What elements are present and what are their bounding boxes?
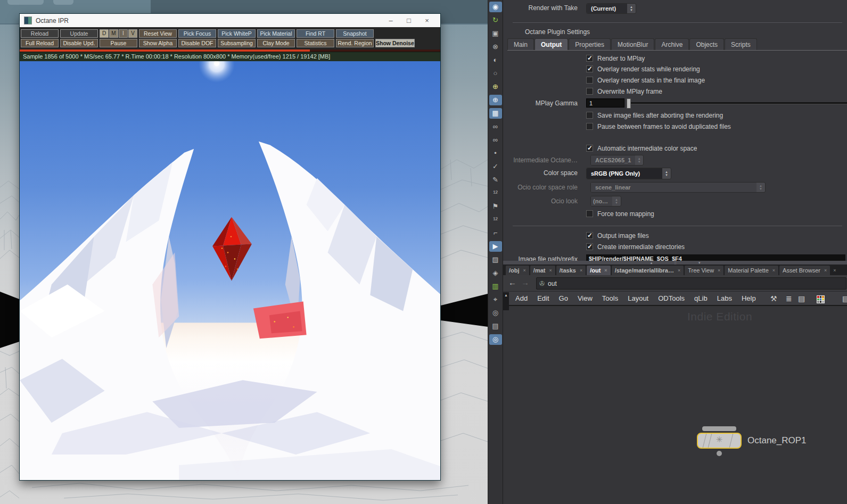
octane-ipr-window[interactable]: Octane IPR – □ × Reload Update D M I V R…: [19, 13, 441, 481]
pane-tab-out[interactable]: /out×: [587, 266, 610, 275]
normals-pen-icon[interactable]: ✎: [489, 175, 502, 185]
pick-material-button[interactable]: Pick Material: [257, 29, 295, 38]
mplay-gamma-slider-handle[interactable]: [627, 98, 631, 109]
minimize-button[interactable]: –: [382, 14, 400, 27]
tab-motionblur[interactable]: MotionBlur: [611, 38, 654, 50]
list-view-icon[interactable]: ▤: [798, 292, 805, 305]
menu-layout[interactable]: Layout: [623, 292, 653, 305]
close-tab-icon[interactable]: ×: [824, 268, 827, 273]
splitter-grip[interactable]: ░: [674, 261, 676, 265]
lock-icon[interactable]: ▣: [489, 28, 502, 39]
pane-tab-treeview[interactable]: Tree View×: [685, 266, 723, 275]
node-output-connector[interactable]: [717, 451, 722, 456]
full-reload-button[interactable]: Full Reload: [21, 39, 59, 47]
point-numbers-icon[interactable]: ¹²: [489, 188, 502, 199]
points-display-icon[interactable]: •: [489, 148, 502, 159]
menu-add[interactable]: Add: [511, 292, 532, 305]
overlay-stats-final-checkbox[interactable]: ✓: [586, 77, 593, 84]
force-tone-mapping-checkbox[interactable]: ✓: [586, 210, 593, 217]
add-light-icon[interactable]: ⊕: [489, 81, 502, 92]
intermediate-colorspace-dropdown[interactable]: ACES2065_1 ▲▼: [590, 155, 644, 166]
shaded-mode-icon[interactable]: ◐: [489, 55, 502, 65]
reload-button[interactable]: Reload: [21, 29, 59, 38]
mplay-gamma-slider-track[interactable]: [631, 102, 847, 104]
menu-go[interactable]: Go: [554, 292, 573, 305]
clay-mode-button[interactable]: Clay Mode: [257, 39, 295, 47]
ipr-render-view[interactable]: [20, 61, 440, 480]
particles-display-icon[interactable]: ◈: [489, 268, 502, 278]
color-space-dropdown[interactable]: sRGB (PNG Only) ▲▼: [586, 168, 671, 179]
network-path-field[interactable]: ✇ out: [536, 277, 846, 290]
overwrite-mplay-checkbox[interactable]: ✓: [586, 88, 593, 95]
disable-update-button[interactable]: Disable Upd.: [60, 39, 98, 47]
close-tab-icon[interactable]: ×: [678, 268, 680, 273]
handles-icon[interactable]: ▶: [489, 241, 502, 252]
layout-grid-icon[interactable]: [817, 295, 825, 303]
light-viewer-icon[interactable]: ⊕: [489, 95, 502, 105]
maximize-button[interactable]: □: [400, 14, 418, 27]
menu-qlib[interactable]: qLib: [689, 292, 712, 305]
show-alpha-button[interactable]: Show Alpha: [139, 39, 177, 47]
overlay-stats-rendering-checkbox[interactable]: ✓: [586, 65, 593, 72]
checker-background-icon[interactable]: ▨: [489, 254, 502, 265]
tab-archive[interactable]: Archive: [655, 38, 689, 50]
pause-between-frames-checkbox[interactable]: ✓: [586, 123, 593, 130]
nav-forward-icon[interactable]: →: [521, 278, 529, 287]
splitter-up-icon[interactable]: ▲: [649, 261, 653, 265]
pane-tab-obj[interactable]: /obj×: [506, 266, 529, 275]
network-editor[interactable]: Indie Edition ✳ Octane_ROP1: [503, 305, 847, 504]
headlight-icon[interactable]: ○: [489, 68, 502, 79]
menu-view[interactable]: View: [573, 292, 597, 305]
material-toggle[interactable]: M: [109, 29, 118, 38]
tab-output[interactable]: Output: [534, 38, 568, 50]
display-options-icon[interactable]: ◉: [489, 2, 502, 12]
auto-update-icon[interactable]: ↻: [489, 15, 502, 26]
ipr-titlebar[interactable]: Octane IPR – □ ×: [20, 14, 440, 27]
pane-tab-stage[interactable]: /stage/materiallibra…×: [612, 266, 684, 275]
diffuse-toggle[interactable]: D: [100, 29, 109, 38]
group-bounds-icon[interactable]: ▥: [489, 281, 502, 292]
view-cube-icon[interactable]: ▦: [489, 108, 502, 119]
close-tab-icon[interactable]: ×: [580, 268, 582, 273]
material-shade-icon[interactable]: ∞: [489, 135, 502, 145]
close-button[interactable]: ×: [418, 14, 436, 27]
pick-focus-button[interactable]: Pick Focus: [178, 29, 216, 38]
pane-splitter[interactable]: ▲ ░ ▼: [503, 261, 847, 265]
network-controls-toggle[interactable]: ▴: [503, 292, 509, 310]
octane-rop-node[interactable]: ✳: [697, 433, 742, 449]
no-display-icon[interactable]: ⊗: [489, 42, 502, 52]
output-image-files-checkbox[interactable]: ✓: [586, 232, 593, 239]
tab-objects[interactable]: Objects: [689, 38, 724, 50]
render-with-take-dropdown[interactable]: (Current) ▲▼: [586, 3, 636, 14]
disable-dof-button[interactable]: Disable DOF: [178, 39, 216, 47]
snapshot-button[interactable]: Snapshot: [336, 29, 374, 38]
tree-list-icon[interactable]: ≣: [786, 292, 792, 305]
mplay-gamma-input[interactable]: 1: [586, 98, 624, 108]
pane-tab-tasks[interactable]: /tasks×: [556, 266, 586, 275]
viewport-pin-icon[interactable]: ◎: [489, 334, 502, 345]
menu-help[interactable]: Help: [737, 292, 761, 305]
splitter-down-icon[interactable]: ▼: [698, 261, 701, 265]
prim-numbers-icon[interactable]: ¹²: [489, 214, 502, 225]
menu-edit[interactable]: Edit: [532, 292, 554, 305]
update-button[interactable]: Update: [60, 29, 98, 38]
create-directories-checkbox[interactable]: ✓: [586, 243, 593, 250]
close-tab-icon[interactable]: ×: [523, 268, 526, 273]
render-region-button[interactable]: Rend. Region: [336, 39, 374, 47]
tab-main[interactable]: Main: [507, 38, 534, 50]
stereo-view-icon[interactable]: ∞: [489, 121, 502, 132]
axis-gnomon-icon[interactable]: ⌖: [489, 294, 502, 305]
subsampling-button[interactable]: Subsampling: [218, 39, 256, 47]
auto-intermediate-checkbox[interactable]: ✓: [586, 145, 593, 152]
pause-button[interactable]: Pause: [100, 39, 137, 47]
panel-menu-icon[interactable]: ▤: [842, 292, 847, 305]
image-path-input[interactable]: $HIP/render/$HIPNAME_$OS_$F4: [586, 254, 845, 261]
node-flag-bar[interactable]: [702, 426, 736, 431]
visualizers-icon[interactable]: ◎: [489, 308, 502, 318]
point-normals-flag-icon[interactable]: ⚑: [489, 201, 502, 212]
close-tab-icon[interactable]: ×: [772, 268, 775, 273]
close-tab-icon[interactable]: ×: [549, 268, 552, 273]
tab-properties[interactable]: Properties: [569, 38, 611, 50]
close-tab-icon[interactable]: ×: [833, 266, 836, 275]
close-tab-icon[interactable]: ×: [604, 268, 607, 273]
